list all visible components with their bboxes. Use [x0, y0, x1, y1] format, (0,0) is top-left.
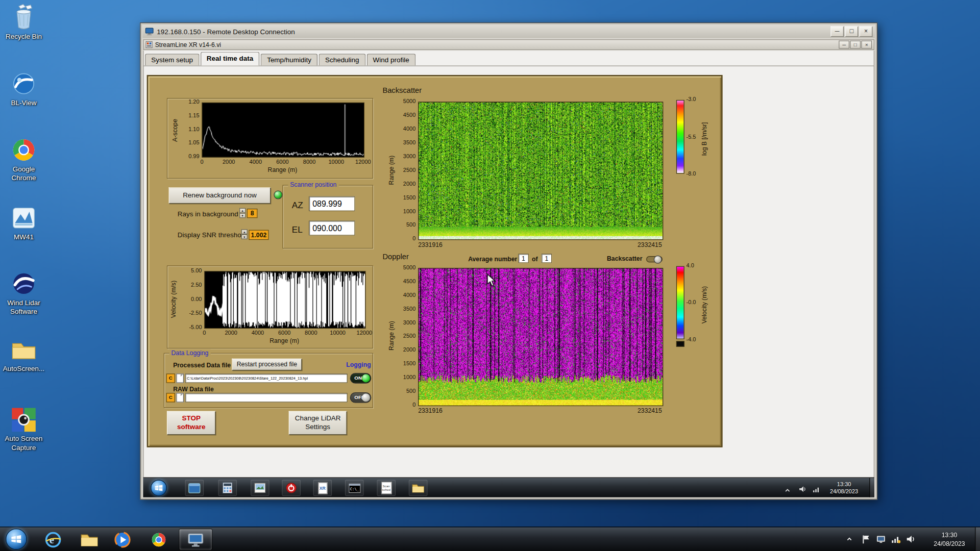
remote-taskbar-icon-folder[interactable]: [409, 480, 428, 496]
velocity-canvas: [205, 272, 365, 328]
ascope-canvas: [203, 103, 364, 157]
remote-taskbar-icon-viewer[interactable]: [251, 480, 270, 496]
tick-label: 4000: [252, 330, 264, 336]
taskbar-icon-file-explorer[interactable]: [73, 529, 106, 550]
desktop-icon-mw41[interactable]: MW41: [0, 204, 47, 241]
desktop-icon-autoscreen[interactable]: AutoScreen...: [0, 336, 47, 373]
velocity-ylabel: Velocity (m/s): [170, 275, 177, 324]
desktop-icon-label: BL-View: [0, 98, 47, 107]
tab-system-setup[interactable]: System setup: [145, 54, 199, 65]
rdp-minimize-button[interactable]: ─: [830, 26, 844, 37]
clock-time: 13:30: [942, 531, 958, 540]
average-number-value[interactable]: 1: [518, 254, 529, 263]
stop-software-button[interactable]: STOP software: [167, 411, 216, 435]
taskbar-icon-chrome[interactable]: [142, 529, 175, 550]
remote-start-orb[interactable]: [151, 480, 167, 496]
desktop-icon-label: Auto Screen Capture: [0, 435, 47, 452]
remote-tray-chevron-icon[interactable]: [782, 485, 793, 496]
show-desktop-button[interactable]: [975, 527, 980, 551]
tick-label: -5.00: [189, 325, 202, 331]
raw-logging-toggle[interactable]: OFF: [350, 392, 372, 403]
raw-file-icon: [176, 393, 184, 402]
tray-rdp-indicator-icon[interactable]: [875, 534, 886, 545]
processed-logging-toggle[interactable]: ON: [350, 373, 372, 384]
remote-clock[interactable]: 13:30 24/08/2023: [830, 479, 858, 496]
of-value[interactable]: 1: [541, 254, 552, 263]
remote-tray-network-icon[interactable]: [811, 484, 822, 495]
tick-label: 5000: [403, 265, 416, 270]
raw-drive-box[interactable]: C: [166, 393, 175, 402]
tick-label: 12000: [357, 330, 373, 336]
remote-show-desktop-button[interactable]: [869, 478, 874, 497]
tab-scheduling[interactable]: Scheduling: [319, 54, 365, 65]
settings-line1: Change LiDAR: [295, 414, 341, 423]
remote-taskbar-icon-calculator[interactable]: [218, 480, 237, 496]
tick-label: 0: [412, 236, 415, 242]
tab-temp-humidity[interactable]: Temp/humidity: [261, 54, 317, 65]
desktop-icon-recycle-bin[interactable]: Recycle Bin: [0, 4, 47, 41]
tick-label: 3000: [403, 320, 416, 325]
desktop-icon-auto-screen-capture[interactable]: Auto Screen Capture: [0, 406, 47, 452]
taskbar-icon-remote-desktop[interactable]: [179, 529, 212, 550]
tick-label: 5.00: [191, 268, 202, 273]
rdp-window-icon: [145, 28, 154, 36]
restart-processed-file-button[interactable]: Restart processed file: [232, 359, 302, 370]
scan-label-2: sched: [382, 488, 390, 492]
start-button[interactable]: [6, 529, 27, 550]
rdp-close-button[interactable]: ×: [860, 26, 873, 37]
rdp-maximize-button[interactable]: □: [845, 26, 859, 37]
mw41-icon: [10, 204, 38, 232]
scan-label-1: Scan: [383, 484, 390, 488]
taskbar-icon-internet-explorer[interactable]: e: [37, 529, 69, 550]
app-content: A-scope 1.201.151.101.050.99 02000400060…: [143, 66, 874, 478]
desktop-icon-bl-view[interactable]: BL-View: [0, 70, 47, 107]
stop-line1: STOP: [182, 414, 200, 423]
rdp-titlebar[interactable]: 192.168.0.150 - Remote Desktop Connectio…: [142, 25, 875, 38]
tray-action-center-icon[interactable]: [860, 534, 871, 545]
tray-volume-icon[interactable]: [905, 534, 916, 545]
tab-wind-profile[interactable]: Wind profile: [366, 54, 415, 65]
change-lidar-settings-button[interactable]: Change LiDAR Settings: [289, 411, 347, 435]
renew-background-button[interactable]: Renew background now: [169, 187, 271, 204]
az-value[interactable]: 089.999: [309, 196, 355, 211]
average-number-label: Average number: [468, 256, 517, 262]
tray-hidden-icons-button[interactable]: [844, 534, 855, 545]
processed-file-path[interactable]: C:\Lidar\Data\Proc\2023\202308\20230824\…: [185, 373, 347, 383]
taskbar-clock[interactable]: 13:30 24/08/2023: [924, 527, 975, 551]
snr-spinner[interactable]: ▲▼: [241, 229, 248, 239]
raw-file-path[interactable]: [185, 393, 347, 402]
app-minimize-button[interactable]: ─: [839, 41, 849, 49]
app-titlebar[interactable]: StreamLine XR v14-6.vi ─ □ ×: [143, 39, 874, 50]
remote-taskbar-icon-streamline-xr[interactable]: XR: [313, 480, 332, 496]
rays-spinner[interactable]: ▲▼: [239, 208, 246, 218]
tick-label: 1500: [403, 195, 416, 201]
remote-tray-volume-icon[interactable]: [797, 484, 808, 495]
backscatter-toggle[interactable]: [646, 256, 663, 262]
app-close-button[interactable]: ×: [861, 41, 872, 49]
remote-taskbar-icon-terminal[interactable]: C:\_: [345, 480, 364, 496]
tick-label: 0: [200, 159, 203, 165]
app-window-title: StreamLine XR v14-6.vi: [155, 41, 221, 48]
tray-network-icon[interactable]: [890, 534, 901, 545]
remote-taskbar-icon-scan-scheduler[interactable]: Scan sched: [377, 480, 396, 496]
remote-taskbar-icon-power-off[interactable]: [282, 480, 301, 496]
ascope-xticks: 020004000600080001000012000: [202, 159, 363, 165]
tick-label: -0.0: [686, 300, 696, 306]
tab-real-time-data[interactable]: Real time data: [201, 52, 260, 66]
ascope-xlabel: Range (m): [202, 166, 363, 173]
tick-label: 2000: [403, 347, 416, 353]
desktop-icon-wind-lidar[interactable]: Wind Lidar Software: [0, 270, 47, 316]
el-value[interactable]: 090.000: [309, 220, 355, 235]
processed-drive-box[interactable]: C: [166, 373, 175, 383]
rays-value[interactable]: 8: [247, 209, 258, 218]
raw-data-file-label: RAW Data file: [173, 386, 214, 392]
tick-label: 0: [412, 403, 415, 408]
folder-icon: [10, 336, 38, 364]
remote-taskbar-icon-app-window[interactable]: [185, 480, 204, 496]
tick-label: 6000: [276, 159, 289, 165]
taskbar-icon-media-player[interactable]: [106, 529, 139, 550]
app-restore-button[interactable]: □: [850, 41, 861, 49]
snr-value[interactable]: 1.002: [249, 230, 268, 240]
doppler-canvas: [419, 269, 663, 406]
desktop-icon-google-chrome[interactable]: Google Chrome: [0, 136, 47, 182]
